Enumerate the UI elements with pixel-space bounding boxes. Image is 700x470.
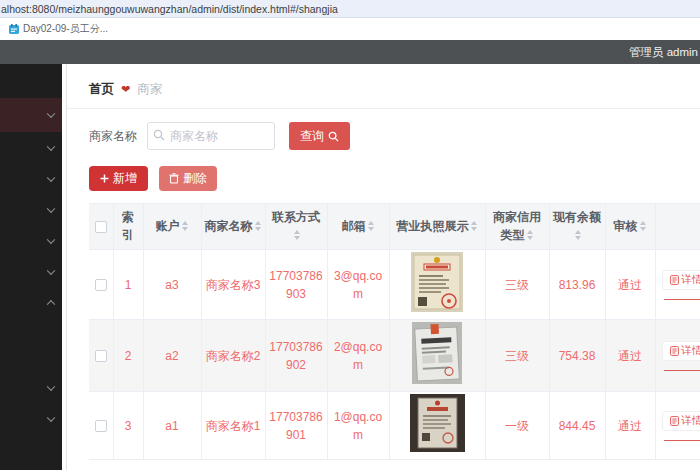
tab-favicon-icon (9, 24, 19, 34)
browser-url-bar[interactable]: alhost:8080/meizhaunggouwuwangzhan/admin… (0, 0, 700, 18)
header-email[interactable]: 邮箱 (327, 204, 389, 250)
action-divider (664, 440, 700, 441)
table-row: 1 a3 商家名称3 17703786903 3@qq.com (89, 250, 700, 320)
header-phone[interactable]: 联系方式 (265, 204, 327, 250)
header-actions (655, 204, 700, 250)
sidebar-item-7[interactable] (0, 372, 62, 403)
browser-tab-strip: Day02-09-员工分... (0, 18, 700, 40)
breadcrumb-home[interactable]: 首页 (89, 81, 114, 98)
row-checkbox[interactable] (95, 420, 107, 432)
main-content: 首页 ❤ 商家 商家名称 查询 (66, 64, 700, 470)
add-button[interactable]: 新增 (89, 166, 148, 191)
query-button[interactable]: 查询 (289, 122, 350, 150)
sidebar-item-active[interactable] (0, 98, 62, 132)
cell-name: 商家名称1 (201, 392, 265, 460)
cell-account: a3 (143, 250, 201, 320)
url-text: alhost:8080/meizhaunggouwuwangzhan/admin… (1, 3, 338, 15)
sort-caret-icon[interactable] (254, 221, 262, 231)
search-input[interactable] (147, 122, 275, 150)
header-select-all (89, 204, 113, 250)
action-divider (664, 370, 700, 371)
header-name[interactable]: 商家名称 (201, 204, 265, 250)
header-license[interactable]: 营业执照展示 (389, 204, 485, 250)
cell-phone: 17703786901 (265, 392, 327, 460)
breadcrumb: 首页 ❤ 商家 (67, 64, 700, 109)
chevron-up-icon (47, 299, 55, 307)
sidebar-item-1[interactable] (0, 64, 62, 98)
sort-caret-icon[interactable] (639, 221, 647, 231)
cell-index: 3 (113, 392, 143, 460)
app-header: 管理员 admin (0, 40, 700, 64)
browser-window: alhost:8080/meizhaunggouwuwangzhan/admin… (0, 0, 700, 470)
sidebar-item-5[interactable] (0, 225, 62, 256)
cell-phone: 17703786902 (265, 320, 327, 392)
sidebar-item-expanded[interactable] (0, 287, 62, 318)
sidebar-item-8[interactable] (0, 403, 62, 434)
select-all-checkbox[interactable] (95, 221, 107, 233)
header-audit[interactable]: 审核 (605, 204, 655, 250)
document-icon (670, 416, 679, 426)
sort-caret-icon[interactable] (181, 221, 189, 231)
browser-tab[interactable]: Day02-09-员工分... (9, 22, 108, 36)
chevron-down-icon (47, 266, 55, 274)
header-index[interactable]: 索引 (113, 204, 143, 250)
search-row: 商家名称 查询 (89, 122, 700, 150)
sort-caret-icon[interactable] (526, 230, 534, 240)
cell-audit: 通过 (605, 320, 655, 392)
delete-button-label: 删除 (183, 170, 207, 187)
cell-index: 1 (113, 250, 143, 320)
sidebar-subitem-1[interactable] (0, 318, 62, 345)
cell-email: 3@qq.com (327, 250, 389, 320)
sidebar-subitem-2[interactable] (0, 345, 62, 372)
sidebar-item-2[interactable] (0, 132, 62, 163)
admin-user-label[interactable]: 管理员 admin (629, 45, 700, 60)
business-license-image[interactable] (412, 322, 462, 384)
search-box (147, 122, 275, 150)
sort-caret-icon[interactable] (574, 230, 582, 240)
action-divider (664, 299, 700, 300)
add-button-label: 新增 (113, 170, 137, 187)
sidebar-menu (0, 64, 62, 470)
sidebar-item-3[interactable] (0, 163, 62, 194)
chevron-down-icon (47, 110, 55, 118)
cell-credit: 三级 (485, 320, 549, 392)
sort-caret-icon[interactable] (470, 221, 478, 231)
search-label: 商家名称 (89, 128, 137, 145)
detail-button-label: 详情 (682, 344, 700, 358)
row-checkbox[interactable] (95, 350, 107, 362)
business-license-image[interactable] (411, 252, 463, 312)
detail-button[interactable]: 详情 (662, 270, 700, 290)
cell-audit: 通过 (605, 250, 655, 320)
search-icon (328, 131, 339, 142)
breadcrumb-current: 商家 (137, 81, 162, 98)
cell-index: 2 (113, 320, 143, 392)
heart-separator-icon: ❤ (121, 83, 130, 96)
sort-caret-icon[interactable] (293, 230, 301, 240)
cell-balance: 754.38 (549, 320, 605, 392)
merchant-table: 索引 账户 商家名称 联系方式 邮箱 营业执照展示 商家信用类型 现有余额 审核… (89, 203, 700, 460)
table-row: 3 a1 商家名称1 17703786901 1@qq.com (89, 392, 700, 460)
detail-button[interactable]: 详情 (662, 341, 700, 361)
detail-button[interactable]: 详情 (662, 411, 700, 431)
sidebar-item-4[interactable] (0, 194, 62, 225)
delete-button[interactable]: 删除 (159, 166, 217, 191)
business-license-image[interactable] (410, 394, 465, 452)
sidebar-item-6[interactable] (0, 256, 62, 287)
cell-audit: 通过 (605, 392, 655, 460)
table-row: 2 a2 商家名称2 17703786902 2@qq.com (89, 320, 700, 392)
cell-credit: 一级 (485, 392, 549, 460)
row-checkbox[interactable] (95, 279, 107, 291)
sort-caret-icon[interactable] (367, 221, 375, 231)
query-button-label: 查询 (300, 128, 324, 145)
search-icon (153, 129, 165, 141)
chevron-down-icon (47, 382, 55, 390)
chevron-down-icon (47, 142, 55, 150)
cell-account: a2 (143, 320, 201, 392)
header-credit[interactable]: 商家信用类型 (485, 204, 549, 250)
cell-phone: 17703786903 (265, 250, 327, 320)
chevron-down-icon (47, 413, 55, 421)
header-balance[interactable]: 现有余额 (549, 204, 605, 250)
header-account[interactable]: 账户 (143, 204, 201, 250)
cell-name: 商家名称3 (201, 250, 265, 320)
cell-account: a1 (143, 392, 201, 460)
